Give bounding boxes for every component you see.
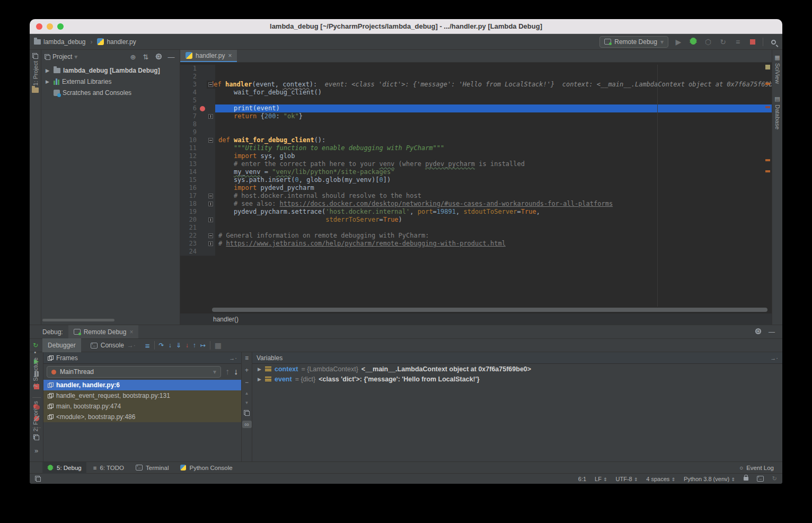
error-stripe-mark[interactable] xyxy=(765,170,770,172)
restore-layout-button[interactable] xyxy=(33,434,39,440)
lock-icon[interactable] xyxy=(744,477,748,481)
chevron-down-icon[interactable]: ▾ xyxy=(74,53,77,60)
editor-tab-handler[interactable]: handler.py × xyxy=(180,50,237,62)
gutter-cell[interactable] xyxy=(199,184,207,192)
line-separator-widget[interactable]: LF ⇕ xyxy=(595,476,607,482)
threads-view-icon[interactable]: ≡ xyxy=(145,341,150,350)
line-number[interactable]: 10 xyxy=(180,136,199,144)
code-line[interactable]: 12 import sys, glob xyxy=(180,152,772,160)
line-number[interactable]: 6 xyxy=(180,104,199,112)
line-number[interactable]: 4 xyxy=(180,89,199,97)
gutter-cell[interactable] xyxy=(199,136,207,144)
code-line[interactable]: 21 xyxy=(180,224,772,232)
breakpoint-gutter[interactable] xyxy=(199,104,207,112)
fold-gutter[interactable] xyxy=(207,112,215,120)
run-button[interactable]: ▶ xyxy=(674,38,683,46)
toolwindow-button--todo[interactable]: ≡6: TODO xyxy=(89,462,129,474)
gutter-cell[interactable] xyxy=(199,65,207,73)
toolwindow-button--debug[interactable]: 5: Debug xyxy=(42,462,86,474)
concurrency-button[interactable]: ≡ xyxy=(733,38,743,46)
expand-arrow-icon[interactable]: ▶ xyxy=(46,68,51,73)
scrollbar-thumb[interactable] xyxy=(212,308,767,312)
code-line[interactable]: 1 xyxy=(180,65,772,73)
fold-gutter[interactable] xyxy=(207,240,215,248)
gutter-cell[interactable] xyxy=(199,176,207,184)
code-line[interactable]: 6 print(event) xyxy=(180,104,772,112)
stack-frame-row[interactable]: handler, handler.py:6 xyxy=(43,380,241,390)
line-number[interactable]: 19 xyxy=(180,208,199,216)
stack-frame-row[interactable]: handle_event_request, bootstrap.py:131 xyxy=(43,390,241,401)
run-config-selector[interactable]: Remote Debug ▾ xyxy=(599,36,668,48)
code-line[interactable]: 17 # host.docker.internal should resolve… xyxy=(180,192,772,200)
debug-session-tab[interactable]: Remote Debug × xyxy=(68,325,139,338)
code-line[interactable]: 9 xyxy=(180,128,772,136)
line-number[interactable]: 23 xyxy=(180,240,199,248)
breakpoint-icon[interactable] xyxy=(200,106,205,111)
line-number[interactable]: 20 xyxy=(180,216,199,224)
pin-icon[interactable]: →· xyxy=(229,355,237,361)
fold-gutter[interactable] xyxy=(207,160,215,168)
line-number[interactable]: 2 xyxy=(180,73,199,81)
close-tab-icon[interactable]: × xyxy=(228,52,232,59)
fold-gutter[interactable] xyxy=(207,216,215,224)
breadcrumb-project[interactable]: lambda_debug xyxy=(43,38,85,46)
fold-gutter[interactable] xyxy=(207,248,215,256)
fold-gutter[interactable] xyxy=(207,104,215,112)
fold-marker-icon[interactable] xyxy=(208,82,213,87)
code-line[interactable]: 20 stderrToServer=True) xyxy=(180,216,772,224)
gutter-cell[interactable] xyxy=(199,97,207,104)
variable-row[interactable]: ▶context= {LambdaContext}<__main__.Lambd… xyxy=(252,364,782,374)
gutter-cell[interactable] xyxy=(199,168,207,176)
sidebar-item-database[interactable]: ▤ Database xyxy=(772,95,782,129)
line-number[interactable]: 9 xyxy=(180,128,199,136)
gutter-cell[interactable] xyxy=(199,152,207,160)
breadcrumb[interactable]: lambda_debug › handler.py xyxy=(34,38,136,46)
hide-panel-button[interactable]: — xyxy=(166,53,176,61)
layout-menu-icon[interactable]: ≡ xyxy=(245,354,249,362)
code-line[interactable]: 13 # enter the correct path here to your… xyxy=(180,160,772,168)
sidebar-item-sciview[interactable]: ▦ SciView xyxy=(772,54,782,84)
sidebar-item-structure[interactable]: ▪ 7: Structure xyxy=(30,349,41,388)
fold-marker-icon[interactable] xyxy=(208,217,213,222)
toolwindow-button-terminal[interactable]: Terminal xyxy=(131,462,173,474)
gutter-cell[interactable] xyxy=(199,120,207,128)
code-line[interactable]: 19 pydevd_pycharm.settrace('host.docker.… xyxy=(180,208,772,216)
editor-preview-icon[interactable] xyxy=(35,476,41,482)
code-line[interactable]: 5 xyxy=(180,97,772,104)
code-line[interactable]: 11 """Utility function to enable debuggi… xyxy=(180,144,772,152)
fold-marker-icon[interactable] xyxy=(208,138,213,143)
fold-gutter[interactable] xyxy=(207,152,215,160)
gutter-cell[interactable] xyxy=(199,89,207,97)
expand-arrow-icon[interactable]: ▶ xyxy=(258,367,262,372)
next-frame-button[interactable]: ↓ xyxy=(234,367,238,377)
context-breadcrumb[interactable]: handler() xyxy=(213,316,239,323)
fold-gutter[interactable] xyxy=(207,176,215,184)
code-line[interactable]: 2 xyxy=(180,73,772,81)
code-line[interactable]: 23# https://www.jetbrains.com/help/pycha… xyxy=(180,240,772,248)
debug-settings-button[interactable] xyxy=(755,328,761,336)
line-number[interactable]: 14 xyxy=(180,168,199,176)
view-breakpoints-button[interactable] xyxy=(33,404,40,409)
project-tree-item[interactable]: Scratches and Consoles xyxy=(41,87,180,98)
fold-gutter[interactable] xyxy=(207,200,215,208)
hide-debug-panel-button[interactable]: — xyxy=(769,328,775,336)
remove-watch-button[interactable]: − xyxy=(245,379,249,386)
stack-frame-row[interactable]: <module>, bootstrap.py:486 xyxy=(43,412,241,422)
line-number[interactable]: 5 xyxy=(180,97,199,104)
step-into-button[interactable]: ↓ xyxy=(169,342,172,349)
tab-debugger[interactable]: Debugger xyxy=(42,338,81,352)
step-into-my-code-button[interactable]: ⇓ xyxy=(176,342,181,349)
fold-gutter[interactable] xyxy=(207,89,215,97)
project-tree-item[interactable]: ▶External Libraries xyxy=(41,76,180,87)
error-stripe-mark[interactable] xyxy=(765,106,770,108)
error-stripe-mark[interactable] xyxy=(765,159,770,161)
move-up-button[interactable]: ▲ xyxy=(245,391,249,396)
project-tree-item[interactable]: ▶lambda_debug [Lambda Debug] xyxy=(41,65,180,76)
search-everywhere-button[interactable] xyxy=(769,38,778,46)
gutter-cell[interactable] xyxy=(199,200,207,208)
debug-button[interactable] xyxy=(689,38,698,46)
code-line[interactable]: 15 sys.path.insert(0, glob.glob(my_venv)… xyxy=(180,176,772,184)
line-number[interactable]: 16 xyxy=(180,184,199,192)
editor-hscrollbar[interactable] xyxy=(180,307,772,313)
code-editor[interactable]: 123def handler(event, context): event: <… xyxy=(180,63,772,307)
